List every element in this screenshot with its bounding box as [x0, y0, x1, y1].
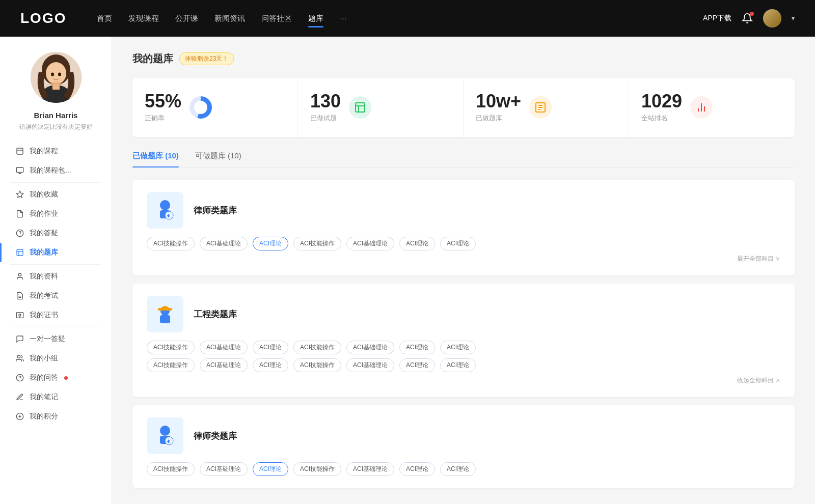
tag[interactable]: ACI技能操作 [147, 462, 195, 476]
app-download-button[interactable]: APP下载 [703, 14, 731, 23]
bank-title-wrap: 律师类题库 [194, 430, 237, 442]
sidebar-item-profile[interactable]: 我的资料 [0, 267, 112, 286]
tag[interactable]: ACI理论 [399, 237, 435, 250]
tag[interactable]: ACI技能操作 [147, 341, 195, 354]
lawyer-icon [152, 197, 178, 223]
sidebar-item-package[interactable]: 我的课程包... [0, 161, 112, 180]
tag[interactable]: ACI理论 [440, 358, 476, 372]
tags-row-1: ACI技能操作 ACI基础理论 ACI理论 ACI技能操作 ACI基础理论 AC… [147, 237, 780, 250]
expand-link-2[interactable]: 收起全部科目 ∧ [147, 376, 780, 385]
tag[interactable]: ACI理论 [440, 341, 476, 354]
nav-discover[interactable]: 发现课程 [128, 12, 159, 25]
sidebar-divider [10, 182, 101, 183]
sidebar-item-favorites[interactable]: 我的收藏 [0, 185, 112, 204]
tag[interactable]: ACI基础理论 [346, 358, 394, 372]
svg-point-5 [50, 81, 62, 87]
sidebar-item-homework[interactable]: 我的作业 [0, 204, 112, 223]
tag-active[interactable]: ACI理论 [253, 462, 288, 476]
tag[interactable]: ACI理论 [399, 358, 435, 372]
tag[interactable]: ACI基础理论 [200, 358, 248, 372]
certificate-icon [15, 311, 24, 320]
stats-grid: 55% 正确率 130 已做试题 10w+ 已做题库 [132, 78, 795, 137]
notification-dot [750, 12, 754, 16]
stat-value-done: 130 [310, 92, 341, 110]
tag[interactable]: ACI理论 [253, 341, 288, 354]
bank-title-wrap: 律师类题库 [194, 205, 237, 216]
navbar-right: APP下载 ▾ [703, 9, 795, 27]
tag[interactable]: ACI技能操作 [147, 237, 195, 250]
main-content: 我的题库 体验剩余23天！ 55% 正确率 130 已做试题 [112, 37, 815, 504]
bank-icon-wrap [147, 296, 183, 332]
tag[interactable]: ACI基础理论 [346, 341, 394, 354]
svg-rect-46 [158, 308, 172, 311]
svg-point-7 [58, 73, 61, 76]
nav-bank[interactable]: 题库 [308, 12, 323, 25]
lawyer-icon-2 [152, 423, 178, 449]
tag[interactable]: ACI基础理论 [346, 462, 394, 476]
avatar[interactable] [763, 9, 781, 27]
sidebar-label: 我的资料 [30, 272, 58, 281]
navbar: LOGO 首页 发现课程 公开课 新闻资讯 问答社区 题库 ··· APP下载 … [0, 0, 815, 37]
sidebar-item-bank[interactable]: 我的题库 [0, 243, 112, 262]
nav-qa[interactable]: 问答社区 [261, 12, 292, 25]
group-icon [15, 354, 24, 363]
stat-value-banks: 10w+ [476, 92, 521, 110]
stat-done-banks: 10w+ 已做题库 [464, 78, 629, 137]
stat-label-done: 已做试题 [310, 114, 341, 123]
sidebar-item-1on1[interactable]: 一对一答疑 [0, 329, 112, 349]
avatar-chevron-icon[interactable]: ▾ [792, 15, 795, 22]
tag[interactable]: ACI基础理论 [346, 237, 394, 250]
avatar-image [763, 9, 781, 27]
tag[interactable]: ACI理论 [399, 341, 435, 354]
tag[interactable]: ACI技能操作 [293, 341, 341, 354]
sidebar-item-qa[interactable]: 我的答疑 [0, 223, 112, 243]
stat-value-accuracy: 55% [145, 92, 181, 110]
nav-news[interactable]: 新闻资讯 [214, 12, 245, 25]
bank-header: 工程类题库 [147, 296, 780, 332]
svg-rect-16 [17, 249, 23, 256]
tag[interactable]: ACI理论 [253, 358, 288, 372]
tag[interactable]: ACI技能操作 [293, 358, 341, 372]
tags-row-2a: ACI技能操作 ACI基础理论 ACI理论 ACI技能操作 ACI基础理论 AC… [147, 341, 780, 354]
tab-available-banks[interactable]: 可做题库 (10) [195, 151, 241, 167]
tag[interactable]: ACI理论 [399, 462, 435, 476]
notification-bell[interactable] [742, 13, 753, 24]
nav-home[interactable]: 首页 [97, 12, 112, 25]
expand-link-1[interactable]: 展开全部科目 ∨ [147, 255, 780, 263]
user-motto: 错误的决定比没有决定要好 [9, 123, 103, 131]
tab-done-banks[interactable]: 已做题库 (10) [132, 151, 179, 167]
sidebar-item-exam[interactable]: 我的考试 [0, 286, 112, 305]
sidebar-item-qa2[interactable]: 我的问答 [0, 368, 112, 387]
nav-open-course[interactable]: 公开课 [175, 12, 198, 25]
sidebar-item-group[interactable]: 我的小组 [0, 349, 112, 368]
sidebar-item-notes[interactable]: 我的笔记 [0, 387, 112, 407]
nav-more[interactable]: ··· [340, 12, 346, 25]
svg-point-2 [46, 62, 66, 85]
tag-active[interactable]: ACI理论 [253, 237, 288, 250]
sidebar-label: 我的收藏 [30, 190, 58, 199]
svg-rect-10 [16, 167, 23, 172]
svg-marker-13 [16, 191, 23, 198]
tag[interactable]: ACI理论 [440, 462, 476, 476]
sidebar-item-course[interactable]: 我的课程 [0, 142, 112, 161]
sidebar-label: 我的作业 [30, 209, 58, 218]
tags-row-3: ACI技能操作 ACI基础理论 ACI理论 ACI技能操作 ACI基础理论 AC… [147, 462, 780, 476]
doc-green-icon [349, 96, 371, 119]
points-icon [15, 412, 24, 421]
tag[interactable]: ACI理论 [440, 237, 476, 250]
tag[interactable]: ACI技能操作 [293, 462, 341, 476]
sidebar-item-points[interactable]: 我的积分 [0, 407, 112, 426]
tag[interactable]: ACI基础理论 [200, 341, 248, 354]
tag[interactable]: ACI基础理论 [200, 237, 248, 250]
bank-icon-wrap [147, 192, 183, 229]
sidebar-label: 我的课程 [30, 147, 58, 156]
sidebar-label: 我的题库 [30, 248, 58, 257]
logo: LOGO [20, 10, 66, 26]
avatar-illustration [31, 52, 82, 103]
sidebar-label: 我的小组 [30, 354, 58, 363]
tag[interactable]: ACI技能操作 [293, 237, 341, 250]
tag[interactable]: ACI技能操作 [147, 358, 195, 372]
sidebar-item-certificate[interactable]: 我的证书 [0, 305, 112, 325]
unread-dot [64, 376, 68, 380]
tag[interactable]: ACI基础理论 [200, 462, 248, 476]
